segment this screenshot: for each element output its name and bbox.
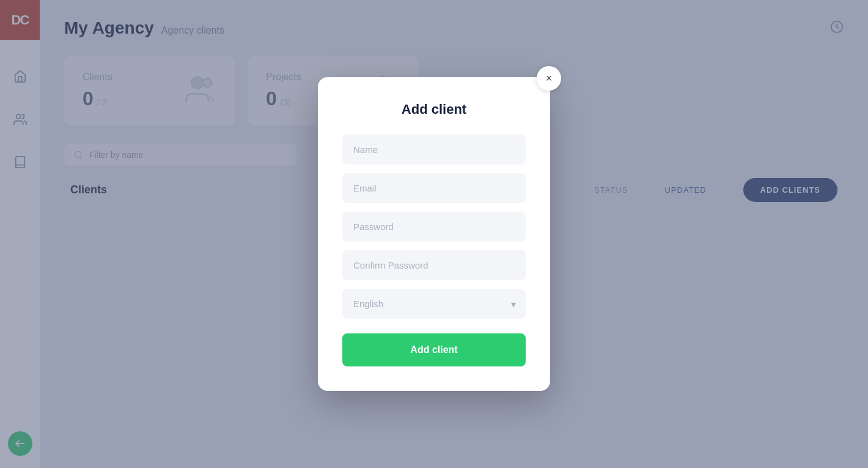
modal-close-button[interactable]: × bbox=[537, 66, 561, 91]
name-field[interactable] bbox=[342, 135, 526, 165]
modal-title: Add client bbox=[342, 102, 526, 117]
add-client-submit-button[interactable]: Add client bbox=[342, 333, 526, 366]
email-field[interactable] bbox=[342, 173, 526, 203]
language-select-wrapper: English Spanish French German ▾ bbox=[342, 289, 526, 319]
add-client-modal: × Add client English Spanish French Germ… bbox=[318, 77, 550, 391]
modal-overlay: × Add client English Spanish French Germ… bbox=[0, 0, 868, 468]
password-field[interactable] bbox=[342, 212, 526, 242]
confirm-password-field[interactable] bbox=[342, 250, 526, 280]
language-select[interactable]: English Spanish French German bbox=[342, 289, 526, 319]
